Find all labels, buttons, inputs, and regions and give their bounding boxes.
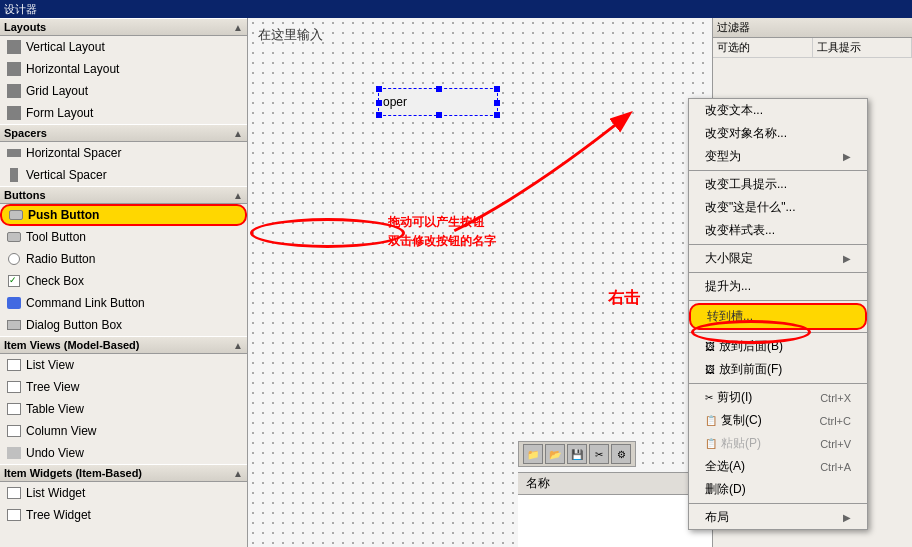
sidebar-item-dialog-button[interactable]: Dialog Button Box [0, 314, 247, 336]
left-panel: Layouts ▲ Vertical Layout Horizontal Lay… [0, 18, 248, 547]
tool-btn-icon [6, 229, 22, 245]
ctx-morph[interactable]: 变型为 ▶ [689, 145, 867, 168]
dialog-btn-icon [6, 317, 22, 333]
sidebar-item-vertical-spacer[interactable]: Vertical Spacer [0, 164, 247, 186]
sidebar-item-tool-button[interactable]: Tool Button [0, 226, 247, 248]
tree-widget-icon [6, 507, 22, 523]
section-spacers[interactable]: Spacers ▲ [0, 124, 247, 142]
tb-btn-cut[interactable]: ✂ [589, 444, 609, 464]
ctx-send-back[interactable]: 🖼 放到后面(B) [689, 335, 867, 358]
push-btn-icon [8, 207, 24, 223]
ctx-sep1 [689, 170, 867, 171]
ctx-cut[interactable]: ✂ 剪切(I) Ctrl+X [689, 386, 867, 409]
item-widgets-arrow: ▲ [233, 468, 243, 479]
ctx-change-style[interactable]: 改变样式表... [689, 219, 867, 242]
filter-columns: 可选的 工具提示 [713, 38, 912, 58]
table-view-icon [6, 401, 22, 417]
bottom-toolbar: 📁 📂 💾 ✂ ⚙ [518, 441, 636, 467]
sidebar-item-tree-view[interactable]: Tree View [0, 376, 247, 398]
sidebar-item-vertical-layout[interactable]: Vertical Layout [0, 36, 247, 58]
sidebar-item-tree-widget[interactable]: Tree Widget [0, 504, 247, 526]
ctx-paste[interactable]: 📋 粘贴(P) Ctrl+V [689, 432, 867, 455]
title-bar: 设计器 [0, 0, 912, 18]
ctx-change-tooltip[interactable]: 改变工具提示... [689, 173, 867, 196]
ctx-morph-arrow: ▶ [843, 151, 851, 162]
handle-tr [494, 86, 500, 92]
sidebar-item-list-view[interactable]: List View [0, 354, 247, 376]
ctx-size-arrow: ▶ [843, 253, 851, 264]
section-layouts[interactable]: Layouts ▲ [0, 18, 247, 36]
ctx-copy[interactable]: 📋 复制(C) Ctrl+C [689, 409, 867, 432]
right-click-label: 右击 [608, 288, 640, 309]
ctx-goto-slot[interactable]: 转到槽... [689, 303, 867, 330]
ctx-select-all[interactable]: 全选(A) Ctrl+A [689, 455, 867, 478]
sidebar-item-radio-button[interactable]: Radio Button [0, 248, 247, 270]
list-view-icon [6, 357, 22, 373]
tb-btn-save[interactable]: 💾 [567, 444, 587, 464]
sidebar-item-check-box[interactable]: Check Box [0, 270, 247, 292]
handle-mr [494, 100, 500, 106]
cmd-link-icon [6, 295, 22, 311]
spacer-h-icon [6, 145, 22, 161]
spacer-v-icon [6, 167, 22, 183]
handle-tl [376, 86, 382, 92]
handle-br [494, 112, 500, 118]
section-item-views[interactable]: Item Views (Model-Based) ▲ [0, 336, 247, 354]
spacers-arrow: ▲ [233, 128, 243, 139]
title-bar-label: 设计器 [4, 2, 37, 17]
ctx-change-whatsthis[interactable]: 改变"这是什么"... [689, 196, 867, 219]
column-view-icon [6, 423, 22, 439]
ctx-size-constraint[interactable]: 大小限定 ▶ [689, 247, 867, 270]
ctx-sep4 [689, 300, 867, 301]
sidebar-item-table-view[interactable]: Table View [0, 398, 247, 420]
sidebar-item-list-widget[interactable]: List Widget [0, 482, 247, 504]
undo-view-icon [6, 445, 22, 461]
handle-tc [436, 86, 442, 92]
right-panel: 在这里输入 oper 拖动可以产生按钮 双击修改按钮的名字 右击 [248, 18, 912, 547]
annotation: 拖动可以产生按钮 双击修改按钮的名字 [388, 213, 496, 251]
sidebar-item-push-button[interactable]: Push Button [0, 204, 247, 226]
tb-btn-folder[interactable]: 📁 [523, 444, 543, 464]
section-buttons[interactable]: Buttons ▲ [0, 186, 247, 204]
sidebar-item-horizontal-spacer[interactable]: Horizontal Spacer [0, 142, 247, 164]
filter-col-selectable: 可选的 [713, 38, 813, 57]
ctx-sep7 [689, 503, 867, 504]
filter-col-tooltip: 工具提示 [813, 38, 913, 57]
handle-bc [436, 112, 442, 118]
filter-header: 过滤器 [713, 18, 912, 38]
ctx-change-obj-name[interactable]: 改变对象名称... [689, 122, 867, 145]
layout-v-icon [6, 39, 22, 55]
tb-btn-open[interactable]: 📂 [545, 444, 565, 464]
ctx-bring-front[interactable]: 🖼 放到前面(F) [689, 358, 867, 381]
sidebar-item-undo-view[interactable]: Undo View [0, 442, 247, 464]
ctx-sep2 [689, 244, 867, 245]
sidebar-item-command-link[interactable]: Command Link Button [0, 292, 247, 314]
tb-btn-settings[interactable]: ⚙ [611, 444, 631, 464]
radio-btn-icon [6, 251, 22, 267]
ctx-change-text[interactable]: 改变文本... [689, 99, 867, 122]
col-name: 名称 [518, 473, 715, 494]
ctx-sep5 [689, 332, 867, 333]
buttons-arrow: ▲ [233, 190, 243, 201]
grid-icon [6, 83, 22, 99]
ctx-sep6 [689, 383, 867, 384]
layout-h-icon [6, 61, 22, 77]
sidebar-item-grid-layout[interactable]: Grid Layout [0, 80, 247, 102]
sidebar-item-horizontal-layout[interactable]: Horizontal Layout [0, 58, 247, 80]
context-menu[interactable]: 改变文本... 改变对象名称... 变型为 ▶ 改变工具提示... 改变"这是什… [688, 98, 868, 530]
section-arrow: ▲ [233, 22, 243, 33]
ctx-layout[interactable]: 布局 ▶ [689, 506, 867, 529]
design-widget[interactable]: oper [378, 88, 498, 116]
tree-view-icon [6, 379, 22, 395]
ctx-layout-arrow: ▶ [843, 512, 851, 523]
canvas-input-label: 在这里输入 [258, 26, 323, 44]
check-box-icon [6, 273, 22, 289]
form-icon [6, 105, 22, 121]
section-item-widgets[interactable]: Item Widgets (Item-Based) ▲ [0, 464, 247, 482]
item-views-arrow: ▲ [233, 340, 243, 351]
ctx-delete[interactable]: 删除(D) [689, 478, 867, 501]
sidebar-item-column-view[interactable]: Column View [0, 420, 247, 442]
ctx-promote[interactable]: 提升为... [689, 275, 867, 298]
sidebar-item-form-layout[interactable]: Form Layout [0, 102, 247, 124]
handle-bl [376, 112, 382, 118]
